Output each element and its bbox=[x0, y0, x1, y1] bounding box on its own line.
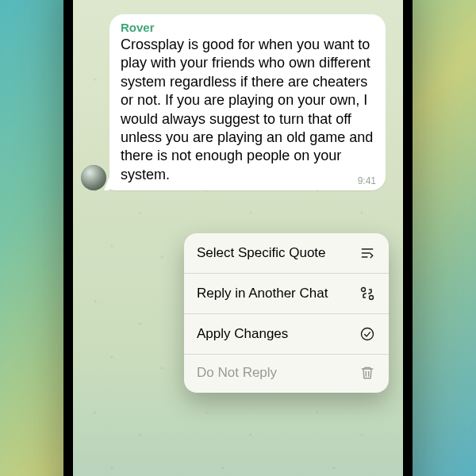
context-menu: Select Specific Quote Reply in Another C… bbox=[184, 233, 389, 393]
svg-point-5 bbox=[362, 328, 374, 340]
check-circle-icon bbox=[359, 325, 376, 343]
menu-label: Select Specific Quote bbox=[197, 245, 326, 261]
svg-point-3 bbox=[362, 288, 366, 292]
phone-screen: Rover Crossplay is good for when you wan… bbox=[73, 0, 403, 476]
swap-icon bbox=[359, 285, 376, 302]
message-text: Crossplay is good for when you want to p… bbox=[121, 36, 374, 184]
menu-label: Apply Changes bbox=[197, 326, 288, 342]
trash-icon bbox=[359, 364, 376, 382]
quote-icon bbox=[359, 244, 376, 262]
app-canvas: Rover Crossplay is good for when you wan… bbox=[0, 0, 476, 476]
menu-select-quote[interactable]: Select Specific Quote bbox=[184, 233, 389, 274]
chat-content: Rover Crossplay is good for when you wan… bbox=[73, 0, 403, 476]
message-row: Rover Crossplay is good for when you wan… bbox=[73, 14, 403, 190]
menu-apply-changes[interactable]: Apply Changes bbox=[184, 314, 389, 355]
message-bubble[interactable]: Rover Crossplay is good for when you wan… bbox=[109, 14, 386, 190]
menu-label: Do Not Reply bbox=[197, 365, 277, 381]
svg-point-4 bbox=[370, 296, 374, 300]
menu-reply-another-chat[interactable]: Reply in Another Chat bbox=[184, 274, 389, 314]
sender-name: Rover bbox=[121, 21, 374, 34]
menu-do-not-reply[interactable]: Do Not Reply bbox=[184, 355, 389, 393]
avatar[interactable] bbox=[81, 165, 106, 190]
phone-frame: Rover Crossplay is good for when you wan… bbox=[63, 0, 413, 476]
menu-label: Reply in Another Chat bbox=[197, 286, 328, 301]
message-time: 9:41 bbox=[358, 175, 376, 186]
